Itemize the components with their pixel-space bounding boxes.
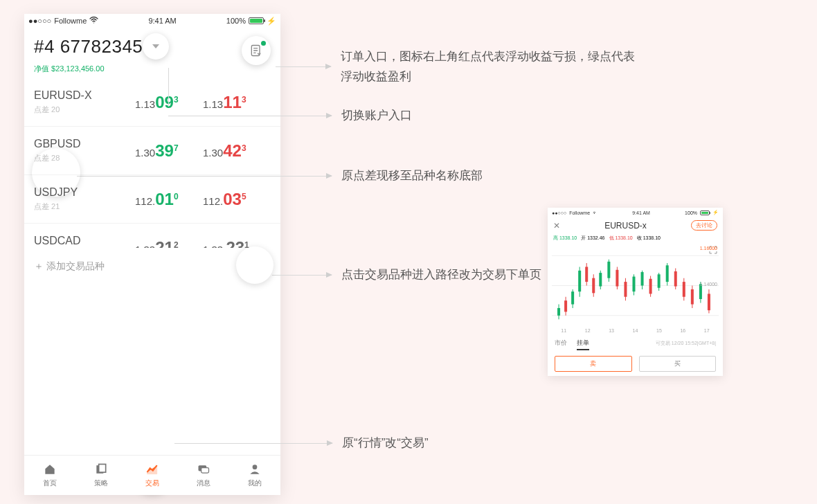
svg-rect-24 — [607, 262, 610, 278]
svg-rect-16 — [578, 271, 581, 291]
symbol: EURUSD-X — [34, 89, 135, 102]
chevron-down-icon — [152, 44, 159, 48]
svg-rect-30 — [632, 277, 635, 292]
spread: 点差 21 — [34, 201, 135, 212]
annotation-orders: 订单入口，图标右上角红点代表浮动收益亏损，绿点代表浮动收益盈利 — [276, 47, 638, 87]
order-type-tabs: 市价 挂单 可交易 12/20 15:52|GMT+8| — [548, 334, 723, 352]
battery-pct: 100% — [226, 17, 246, 25]
svg-rect-38 — [666, 265, 669, 282]
tab-label: 交易 — [145, 478, 159, 488]
ask-price: 1.30423 — [203, 141, 271, 161]
ask-price: 1.33.231 — [203, 238, 271, 249]
bid-price: 1.30397 — [135, 141, 203, 161]
signal-icon: ●●○○○ — [552, 210, 566, 215]
tab-home[interactable]: 首页 — [24, 456, 75, 495]
charging-icon: ⚡ — [712, 210, 719, 215]
buy-button[interactable]: 买 — [639, 356, 717, 372]
wifi-icon — [89, 17, 98, 25]
orders-button[interactable] — [242, 36, 271, 65]
instrument-row[interactable]: USDCAD点差 231.332121.33.231 — [24, 224, 280, 248]
svg-rect-10 — [557, 308, 560, 316]
symbol: USDCAD — [34, 235, 135, 247]
x-axis: 11121314151617 — [548, 327, 723, 334]
phone-sub: ●●○○○ Followme ᯤ 9:41 AM 100% ⚡ ✕ EURUSD… — [548, 208, 723, 376]
svg-rect-34 — [649, 279, 652, 294]
candlestick-chart — [552, 244, 719, 327]
svg-rect-22 — [599, 273, 602, 286]
svg-rect-12 — [564, 300, 567, 312]
tab-profile[interactable]: 我的 — [229, 456, 280, 495]
bid-price: 1.33212 — [135, 238, 203, 249]
tab-market[interactable]: 市价 — [555, 339, 567, 348]
svg-rect-42 — [683, 282, 685, 297]
tab-pending[interactable]: 挂单 — [577, 339, 589, 350]
svg-rect-20 — [592, 278, 595, 294]
svg-rect-18 — [585, 267, 588, 282]
battery-icon — [700, 210, 710, 215]
svg-rect-28 — [624, 282, 627, 297]
tab-label: 我的 — [248, 478, 262, 488]
svg-rect-2 — [99, 465, 106, 473]
sub-title: EURUSD-x — [604, 221, 647, 231]
svg-rect-4 — [201, 468, 209, 474]
connector-elbow — [168, 68, 169, 107]
status-bar: ●●○○○ Followme 9:41 AM 100% ⚡ — [24, 14, 280, 28]
svg-rect-40 — [674, 271, 677, 287]
trade-meta: 可交易 12/20 15:52|GMT+8| — [656, 340, 716, 347]
svg-point-5 — [253, 465, 258, 469]
tab-label: 首页 — [43, 478, 57, 488]
svg-rect-44 — [691, 289, 694, 305]
tab-label: 策略 — [94, 478, 108, 488]
annotation-tab: 原“行情”改“交易” — [174, 433, 429, 453]
signal-icon: ●●○○○ — [28, 17, 51, 25]
ask-price: 112.035 — [203, 190, 271, 209]
account-number: #4 67782345 — [34, 36, 143, 57]
close-button[interactable]: ✕ — [553, 221, 560, 231]
annotation-tap-row: 点击交易品种进入路径改为交易下单页 — [272, 265, 541, 285]
svg-rect-32 — [641, 272, 644, 285]
wifi-icon: ᯤ — [593, 210, 598, 215]
svg-rect-48 — [708, 294, 710, 310]
net-value: 净值 $23,123,456.00 — [34, 64, 169, 74]
tab-strategy[interactable]: 策略 — [75, 456, 127, 495]
chart-area[interactable]: 1.16000 1.14000 — [552, 244, 719, 327]
highlight-circle-spread — [32, 148, 80, 197]
discuss-button[interactable]: 去讨论 — [691, 220, 717, 231]
tab-label: 消息 — [197, 478, 210, 488]
orders-icon — [249, 44, 263, 57]
svg-rect-36 — [658, 274, 661, 287]
annotation-spread: 原点差现移至品种名称底部 — [77, 166, 483, 186]
highlight-circle-price — [236, 246, 273, 284]
sell-button[interactable]: 卖 — [555, 356, 632, 372]
header: #4 67782345 净值 $23,123,456.00 — [24, 28, 280, 78]
switch-account-button[interactable] — [143, 33, 169, 60]
carrier-label: Followme — [54, 17, 87, 25]
tab-trade[interactable]: 交易 — [127, 456, 178, 495]
svg-rect-14 — [571, 291, 574, 304]
battery-icon — [249, 17, 264, 24]
spread: 点差 20 — [34, 105, 135, 115]
charging-icon: ⚡ — [267, 17, 276, 26]
clock-label: 9:41 AM — [148, 17, 176, 25]
bid-price: 112.010 — [135, 190, 203, 209]
svg-rect-46 — [699, 284, 702, 299]
sub-price-row: 高 1338.10开 1332.46低 1338.10收 1338.10 — [548, 233, 723, 244]
tab-messages[interactable]: 消息 — [178, 456, 229, 495]
status-dot — [261, 41, 266, 46]
svg-rect-26 — [616, 270, 618, 287]
tab-bar: 首页 策略 交易 消息 我的 — [24, 455, 280, 495]
annotation-switch: 切换账户入口 — [168, 106, 412, 126]
